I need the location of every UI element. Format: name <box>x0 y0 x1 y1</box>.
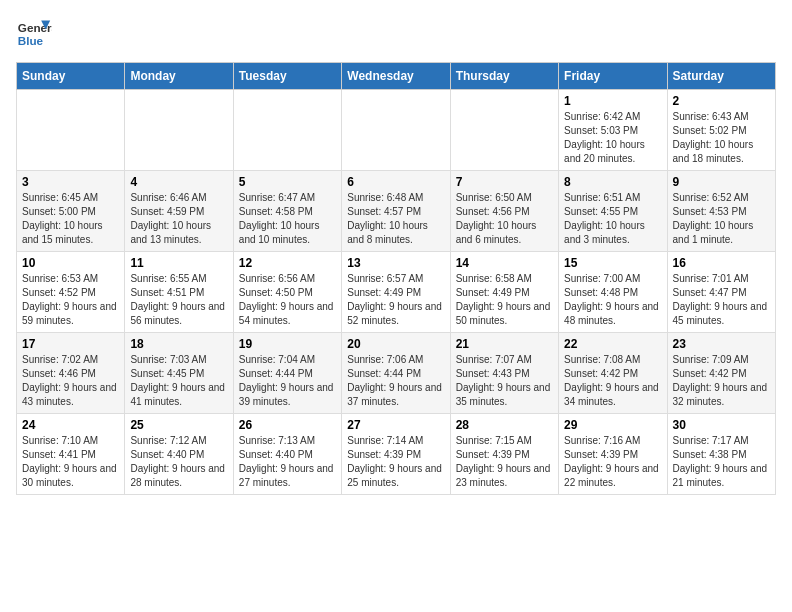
day-number: 26 <box>239 418 336 432</box>
calendar-cell <box>125 90 233 171</box>
day-number: 23 <box>673 337 770 351</box>
calendar-cell: 6Sunrise: 6:48 AMSunset: 4:57 PMDaylight… <box>342 171 450 252</box>
day-info: Sunrise: 7:16 AMSunset: 4:39 PMDaylight:… <box>564 434 661 490</box>
weekday-header-sunday: Sunday <box>17 63 125 90</box>
calendar-cell: 8Sunrise: 6:51 AMSunset: 4:55 PMDaylight… <box>559 171 667 252</box>
calendar-cell: 19Sunrise: 7:04 AMSunset: 4:44 PMDayligh… <box>233 333 341 414</box>
day-info: Sunrise: 7:06 AMSunset: 4:44 PMDaylight:… <box>347 353 444 409</box>
calendar-cell: 25Sunrise: 7:12 AMSunset: 4:40 PMDayligh… <box>125 414 233 495</box>
calendar-cell: 22Sunrise: 7:08 AMSunset: 4:42 PMDayligh… <box>559 333 667 414</box>
calendar-cell <box>342 90 450 171</box>
calendar-cell: 26Sunrise: 7:13 AMSunset: 4:40 PMDayligh… <box>233 414 341 495</box>
calendar-cell: 2Sunrise: 6:43 AMSunset: 5:02 PMDaylight… <box>667 90 775 171</box>
calendar-cell: 3Sunrise: 6:45 AMSunset: 5:00 PMDaylight… <box>17 171 125 252</box>
calendar-week-4: 17Sunrise: 7:02 AMSunset: 4:46 PMDayligh… <box>17 333 776 414</box>
day-info: Sunrise: 6:58 AMSunset: 4:49 PMDaylight:… <box>456 272 553 328</box>
day-number: 12 <box>239 256 336 270</box>
day-number: 22 <box>564 337 661 351</box>
day-number: 15 <box>564 256 661 270</box>
day-info: Sunrise: 7:07 AMSunset: 4:43 PMDaylight:… <box>456 353 553 409</box>
day-number: 20 <box>347 337 444 351</box>
day-info: Sunrise: 7:12 AMSunset: 4:40 PMDaylight:… <box>130 434 227 490</box>
calendar-cell: 12Sunrise: 6:56 AMSunset: 4:50 PMDayligh… <box>233 252 341 333</box>
weekday-header-row: SundayMondayTuesdayWednesdayThursdayFrid… <box>17 63 776 90</box>
day-info: Sunrise: 6:53 AMSunset: 4:52 PMDaylight:… <box>22 272 119 328</box>
weekday-header-friday: Friday <box>559 63 667 90</box>
day-info: Sunrise: 7:03 AMSunset: 4:45 PMDaylight:… <box>130 353 227 409</box>
day-number: 17 <box>22 337 119 351</box>
day-number: 21 <box>456 337 553 351</box>
calendar-cell: 13Sunrise: 6:57 AMSunset: 4:49 PMDayligh… <box>342 252 450 333</box>
day-number: 7 <box>456 175 553 189</box>
logo-icon: General Blue <box>16 16 52 52</box>
calendar-cell <box>450 90 558 171</box>
day-number: 19 <box>239 337 336 351</box>
calendar-cell: 5Sunrise: 6:47 AMSunset: 4:58 PMDaylight… <box>233 171 341 252</box>
day-number: 13 <box>347 256 444 270</box>
day-info: Sunrise: 6:57 AMSunset: 4:49 PMDaylight:… <box>347 272 444 328</box>
day-info: Sunrise: 6:50 AMSunset: 4:56 PMDaylight:… <box>456 191 553 247</box>
day-number: 30 <box>673 418 770 432</box>
day-number: 2 <box>673 94 770 108</box>
calendar-cell: 17Sunrise: 7:02 AMSunset: 4:46 PMDayligh… <box>17 333 125 414</box>
calendar-body: 1Sunrise: 6:42 AMSunset: 5:03 PMDaylight… <box>17 90 776 495</box>
weekday-header-thursday: Thursday <box>450 63 558 90</box>
day-info: Sunrise: 7:10 AMSunset: 4:41 PMDaylight:… <box>22 434 119 490</box>
day-number: 14 <box>456 256 553 270</box>
day-info: Sunrise: 6:46 AMSunset: 4:59 PMDaylight:… <box>130 191 227 247</box>
day-number: 10 <box>22 256 119 270</box>
calendar-cell: 23Sunrise: 7:09 AMSunset: 4:42 PMDayligh… <box>667 333 775 414</box>
calendar-week-3: 10Sunrise: 6:53 AMSunset: 4:52 PMDayligh… <box>17 252 776 333</box>
day-info: Sunrise: 7:01 AMSunset: 4:47 PMDaylight:… <box>673 272 770 328</box>
calendar-cell: 16Sunrise: 7:01 AMSunset: 4:47 PMDayligh… <box>667 252 775 333</box>
calendar-cell: 21Sunrise: 7:07 AMSunset: 4:43 PMDayligh… <box>450 333 558 414</box>
calendar-cell: 7Sunrise: 6:50 AMSunset: 4:56 PMDaylight… <box>450 171 558 252</box>
day-info: Sunrise: 7:08 AMSunset: 4:42 PMDaylight:… <box>564 353 661 409</box>
day-info: Sunrise: 6:56 AMSunset: 4:50 PMDaylight:… <box>239 272 336 328</box>
day-number: 8 <box>564 175 661 189</box>
calendar-cell: 9Sunrise: 6:52 AMSunset: 4:53 PMDaylight… <box>667 171 775 252</box>
day-number: 1 <box>564 94 661 108</box>
day-number: 3 <box>22 175 119 189</box>
day-info: Sunrise: 7:15 AMSunset: 4:39 PMDaylight:… <box>456 434 553 490</box>
weekday-header-saturday: Saturday <box>667 63 775 90</box>
day-info: Sunrise: 7:09 AMSunset: 4:42 PMDaylight:… <box>673 353 770 409</box>
day-number: 18 <box>130 337 227 351</box>
header: General Blue <box>16 16 776 52</box>
calendar-cell <box>233 90 341 171</box>
day-info: Sunrise: 6:45 AMSunset: 5:00 PMDaylight:… <box>22 191 119 247</box>
calendar-cell: 29Sunrise: 7:16 AMSunset: 4:39 PMDayligh… <box>559 414 667 495</box>
calendar-cell: 10Sunrise: 6:53 AMSunset: 4:52 PMDayligh… <box>17 252 125 333</box>
day-info: Sunrise: 7:02 AMSunset: 4:46 PMDaylight:… <box>22 353 119 409</box>
day-number: 28 <box>456 418 553 432</box>
day-number: 4 <box>130 175 227 189</box>
calendar-cell: 11Sunrise: 6:55 AMSunset: 4:51 PMDayligh… <box>125 252 233 333</box>
day-number: 16 <box>673 256 770 270</box>
day-info: Sunrise: 6:42 AMSunset: 5:03 PMDaylight:… <box>564 110 661 166</box>
weekday-header-tuesday: Tuesday <box>233 63 341 90</box>
calendar-cell: 20Sunrise: 7:06 AMSunset: 4:44 PMDayligh… <box>342 333 450 414</box>
day-number: 25 <box>130 418 227 432</box>
day-info: Sunrise: 6:52 AMSunset: 4:53 PMDaylight:… <box>673 191 770 247</box>
weekday-header-wednesday: Wednesday <box>342 63 450 90</box>
day-info: Sunrise: 6:48 AMSunset: 4:57 PMDaylight:… <box>347 191 444 247</box>
calendar-cell: 15Sunrise: 7:00 AMSunset: 4:48 PMDayligh… <box>559 252 667 333</box>
day-number: 11 <box>130 256 227 270</box>
calendar-week-5: 24Sunrise: 7:10 AMSunset: 4:41 PMDayligh… <box>17 414 776 495</box>
day-info: Sunrise: 7:04 AMSunset: 4:44 PMDaylight:… <box>239 353 336 409</box>
day-info: Sunrise: 7:13 AMSunset: 4:40 PMDaylight:… <box>239 434 336 490</box>
calendar-cell: 14Sunrise: 6:58 AMSunset: 4:49 PMDayligh… <box>450 252 558 333</box>
day-number: 6 <box>347 175 444 189</box>
calendar-week-1: 1Sunrise: 6:42 AMSunset: 5:03 PMDaylight… <box>17 90 776 171</box>
calendar-week-2: 3Sunrise: 6:45 AMSunset: 5:00 PMDaylight… <box>17 171 776 252</box>
day-info: Sunrise: 6:43 AMSunset: 5:02 PMDaylight:… <box>673 110 770 166</box>
calendar-cell <box>17 90 125 171</box>
calendar-table: SundayMondayTuesdayWednesdayThursdayFrid… <box>16 62 776 495</box>
day-info: Sunrise: 7:17 AMSunset: 4:38 PMDaylight:… <box>673 434 770 490</box>
logo: General Blue <box>16 16 52 52</box>
weekday-header-monday: Monday <box>125 63 233 90</box>
day-number: 27 <box>347 418 444 432</box>
calendar-cell: 1Sunrise: 6:42 AMSunset: 5:03 PMDaylight… <box>559 90 667 171</box>
day-info: Sunrise: 7:14 AMSunset: 4:39 PMDaylight:… <box>347 434 444 490</box>
day-number: 9 <box>673 175 770 189</box>
